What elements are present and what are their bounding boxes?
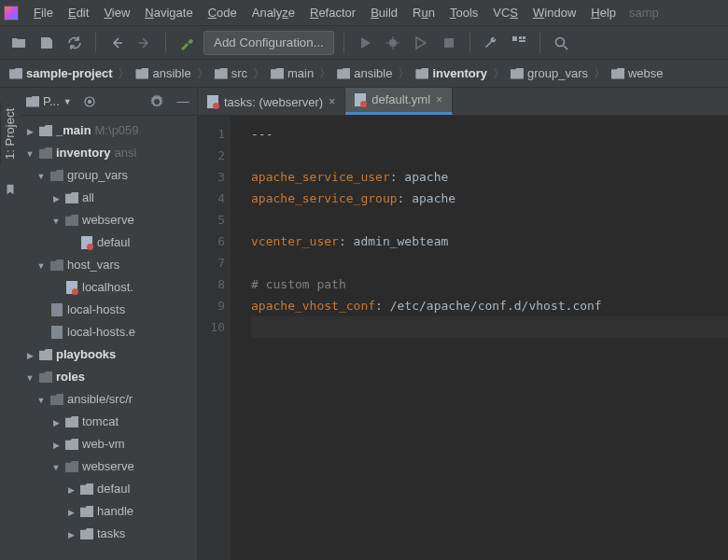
sync-icon[interactable]: [63, 32, 86, 54]
folder-icon: [215, 68, 228, 79]
tree-item-webserver-role[interactable]: webserve: [21, 455, 197, 478]
svg-rect-1: [444, 38, 454, 48]
forward-icon[interactable]: [133, 32, 156, 54]
bc-item[interactable]: src: [215, 66, 247, 80]
wrench-icon[interactable]: [480, 32, 502, 54]
menu-help[interactable]: Help: [583, 2, 623, 23]
tree-item-all[interactable]: all: [21, 187, 197, 209]
bc-item[interactable]: sample-project: [9, 66, 112, 80]
folder-icon: [26, 96, 39, 107]
folder-icon: [9, 68, 22, 79]
chevron-right-icon: 〉: [396, 65, 412, 82]
tree-item-webvm[interactable]: web-vm: [21, 433, 197, 455]
panel-header: P...▼ —: [21, 88, 197, 116]
add-configuration-button[interactable]: Add Configuration...: [203, 31, 334, 55]
tool-window-project[interactable]: 1: Project: [0, 103, 21, 165]
debug-icon[interactable]: [382, 32, 404, 54]
separator: [95, 33, 96, 53]
menu-view[interactable]: View: [96, 2, 137, 23]
separator: [165, 33, 166, 53]
yaml-file-icon: [207, 95, 218, 108]
menu-code[interactable]: Code: [201, 2, 245, 23]
tree-item-defaults[interactable]: defaul: [21, 478, 197, 500]
save-icon[interactable]: [35, 32, 58, 54]
locate-icon[interactable]: [81, 91, 98, 113]
menu-navigate[interactable]: Navigate: [137, 2, 200, 23]
tree-item-handlers[interactable]: handle: [21, 500, 197, 523]
svg-point-8: [88, 100, 91, 103]
editor-tabs: tasks: (webserver)× default.yml×: [198, 88, 728, 116]
tree-item-tomcat[interactable]: tomcat: [21, 411, 197, 433]
menu-tools[interactable]: Tools: [442, 2, 485, 23]
editor[interactable]: 12345678910 --- apache_service_user: apa…: [198, 116, 728, 560]
svg-point-6: [555, 37, 564, 46]
bc-item[interactable]: ansible: [337, 66, 392, 80]
folder-icon: [511, 68, 524, 79]
bc-item[interactable]: webse: [611, 66, 664, 80]
menu-build[interactable]: Build: [363, 2, 405, 23]
build-icon[interactable]: [175, 32, 198, 54]
tree-item-roles-path[interactable]: ansible/src/r: [21, 388, 197, 411]
menu-file[interactable]: File: [26, 2, 61, 23]
editor-tab[interactable]: tasks: (webserver)×: [198, 89, 345, 115]
title-path: samp: [629, 6, 659, 20]
menu-analyze[interactable]: Analyze: [245, 2, 302, 23]
bc-item[interactable]: inventory: [415, 66, 487, 80]
run-icon[interactable]: [354, 32, 376, 54]
ide-logo-icon: [4, 6, 19, 21]
chevron-right-icon: 〉: [251, 65, 267, 82]
coverage-icon[interactable]: [410, 32, 432, 54]
panel-view-selector[interactable]: P...▼: [26, 94, 72, 108]
tool-window-bookmark-icon[interactable]: [0, 177, 21, 199]
tree-item-tasks[interactable]: tasks: [21, 523, 197, 545]
chevron-down-icon: ▼: [63, 97, 72, 106]
chevron-right-icon: 〉: [491, 65, 507, 82]
tree-item-local-hosts-e[interactable]: local-hosts.e: [21, 321, 197, 343]
separator: [343, 33, 344, 53]
tree-item-inventory[interactable]: inventoryansi: [21, 142, 197, 164]
chevron-right-icon: 〉: [116, 65, 132, 82]
structure-icon[interactable]: [508, 32, 530, 54]
folder-icon: [337, 68, 350, 79]
search-icon[interactable]: [550, 32, 572, 54]
separator: [539, 33, 540, 53]
svg-rect-4: [523, 36, 525, 39]
folder-icon: [415, 68, 428, 79]
code-content[interactable]: --- apache_service_user: apache apache_s…: [231, 116, 728, 560]
tree-item-group-vars[interactable]: group_vars: [21, 164, 197, 187]
chevron-right-icon: 〉: [592, 65, 608, 82]
project-tree: _mainM:\p059 inventoryansi group_vars al…: [21, 116, 197, 549]
tree-item-playbooks[interactable]: playbooks: [21, 343, 197, 366]
svg-rect-5: [519, 40, 525, 42]
stop-icon[interactable]: [438, 32, 460, 54]
tree-item-local-hosts[interactable]: local-hosts: [21, 299, 197, 321]
back-icon[interactable]: [105, 32, 128, 54]
tree-item-roles[interactable]: roles: [21, 366, 197, 388]
bc-item[interactable]: group_vars: [511, 66, 588, 80]
menu-run[interactable]: Run: [405, 2, 442, 23]
folder-icon: [611, 68, 624, 79]
folder-icon: [135, 68, 148, 79]
tree-item-default-yml[interactable]: defaul: [21, 231, 197, 254]
svg-rect-2: [512, 36, 517, 41]
gear-icon[interactable]: [148, 91, 165, 113]
tree-item-host-vars[interactable]: host_vars: [21, 254, 197, 276]
breadcrumb: sample-project 〉 ansible 〉 src 〉 main 〉 …: [0, 60, 728, 88]
tree-item-main[interactable]: _mainM:\p059: [21, 119, 197, 142]
bc-item[interactable]: main: [271, 66, 314, 80]
toolbar: Add Configuration...: [0, 26, 728, 60]
hide-icon[interactable]: —: [175, 91, 191, 113]
tree-item-webserver[interactable]: webserve: [21, 209, 197, 231]
tree-item-localhost[interactable]: localhost.: [21, 276, 197, 299]
svg-point-0: [389, 39, 397, 47]
open-icon[interactable]: [7, 32, 30, 54]
bc-item[interactable]: ansible: [135, 66, 190, 80]
menu-refactor[interactable]: Refactor: [302, 2, 363, 23]
separator: [469, 33, 470, 53]
close-icon[interactable]: ×: [436, 93, 442, 106]
menu-window[interactable]: Window: [525, 2, 583, 23]
menu-vcs[interactable]: VCS: [485, 2, 525, 23]
editor-tab-active[interactable]: default.yml×: [345, 88, 453, 115]
close-icon[interactable]: ×: [329, 95, 335, 108]
menu-edit[interactable]: Edit: [61, 2, 96, 23]
